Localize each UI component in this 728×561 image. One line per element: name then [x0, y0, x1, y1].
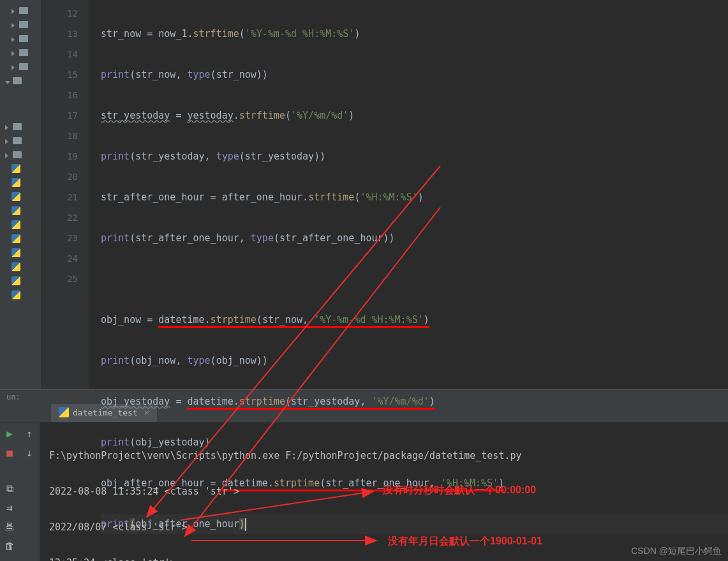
output-line: F:\pythonProject\venv\Scripts\python.exe…: [49, 447, 718, 465]
editor-area: 12 13 14 15 16 17 18 19 20 21 22 23 24 2…: [0, 0, 728, 389]
tree-item[interactable]: [0, 218, 41, 232]
rerun-icon[interactable]: ▶: [4, 428, 15, 439]
tree-item[interactable]: [0, 176, 41, 190]
tree-item[interactable]: [0, 59, 41, 73]
tree-item[interactable]: [0, 232, 41, 246]
folder-icon: [19, 7, 28, 14]
folder-icon: [19, 35, 28, 42]
tree-item[interactable]: [0, 288, 41, 302]
tree-item[interactable]: [0, 274, 41, 288]
python-file-icon: [11, 178, 20, 187]
down-arrow-icon[interactable]: ↓: [24, 447, 35, 458]
python-file-icon: [11, 220, 20, 229]
tree-item[interactable]: [0, 190, 41, 204]
tree-item[interactable]: [0, 204, 41, 218]
output-line: 2022/08/07 <class 'str'>: [49, 518, 718, 536]
line-number: 23: [41, 228, 78, 248]
python-file-icon: [11, 276, 20, 285]
chevron-right-icon: [11, 22, 17, 27]
folder-icon: [13, 123, 22, 130]
chevron-right-icon: [5, 138, 10, 143]
code-editor[interactable]: str_now = now_1.strftime('%Y-%m-%d %H:%M…: [89, 0, 728, 389]
annotation-text: 没有年月日会默认一个1900-01-01: [388, 535, 542, 548]
python-file-icon: [11, 262, 20, 271]
layout-icon[interactable]: ⧉: [4, 482, 15, 494]
tree-item[interactable]: [0, 3, 41, 17]
chevron-right-icon: [5, 124, 10, 129]
annotation-text: 没有时分秒时会默认一个00:00:00: [383, 484, 536, 497]
line-number: 17: [41, 105, 78, 126]
line-number: 25: [41, 269, 78, 289]
output-line: 12:35:24 <class 'str'>: [49, 554, 718, 561]
run-toolbar-right: ↑ ↓: [19, 423, 40, 561]
line-number: 20: [41, 167, 78, 187]
line-number: 15: [41, 64, 78, 85]
folder-icon: [19, 49, 28, 56]
print-icon[interactable]: 🖶: [4, 521, 15, 532]
tree-item[interactable]: [0, 133, 41, 147]
up-arrow-icon[interactable]: ↑: [24, 428, 35, 439]
run-toolbar-left: ▶ ■ ⧉ ⇉ 🖶 🗑: [0, 423, 19, 561]
folder-icon: [13, 77, 22, 84]
chevron-right-icon: [11, 64, 17, 69]
chevron-right-icon: [11, 50, 17, 55]
folder-icon: [13, 137, 22, 144]
python-file-icon: [11, 164, 20, 173]
chevron-right-icon: [11, 36, 17, 41]
python-file-icon: [11, 290, 20, 299]
python-file-icon: [11, 206, 20, 215]
line-number: 14: [41, 44, 78, 64]
tree-item[interactable]: [0, 73, 41, 87]
tree-item[interactable]: [0, 147, 41, 161]
python-file-icon: [59, 407, 69, 417]
line-number: 16: [41, 85, 78, 105]
line-number: 13: [41, 24, 78, 44]
line-number: 24: [41, 248, 78, 269]
folder-icon: [19, 63, 28, 70]
line-number-gutter: 12 13 14 15 16 17 18 19 20 21 22 23 24 2…: [41, 0, 89, 389]
tree-item[interactable]: [0, 17, 41, 31]
stop-icon[interactable]: ■: [4, 447, 15, 458]
chevron-down-icon: [5, 78, 10, 83]
line-number: 12: [41, 3, 78, 24]
tree-item[interactable]: [0, 45, 41, 59]
tree-item[interactable]: [0, 161, 41, 176]
console-area: ▶ ■ ⧉ ⇉ 🖶 🗑 ↑ ↓ F:\pythonProject\venv\Sc…: [0, 423, 728, 561]
python-file-icon: [11, 192, 20, 201]
watermark: CSDN @短尾巴小鳄鱼: [631, 546, 722, 557]
python-file-icon: [11, 234, 20, 243]
chevron-right-icon: [5, 152, 10, 157]
line-number: 22: [41, 207, 78, 228]
tree-item[interactable]: [0, 119, 41, 133]
chevron-right-icon: [11, 8, 17, 13]
python-file-icon: [11, 248, 20, 257]
trash-icon[interactable]: 🗑: [4, 540, 15, 551]
line-number: 21: [41, 187, 78, 207]
project-tree[interactable]: [0, 0, 41, 389]
tree-item[interactable]: [0, 260, 41, 274]
folder-icon: [19, 21, 28, 28]
line-number: 18: [41, 126, 78, 146]
folder-icon: [13, 151, 22, 158]
tree-item[interactable]: [0, 246, 41, 260]
expand-icon[interactable]: ⇉: [4, 502, 15, 513]
tree-item[interactable]: [0, 31, 41, 45]
line-number: 19: [41, 146, 78, 167]
